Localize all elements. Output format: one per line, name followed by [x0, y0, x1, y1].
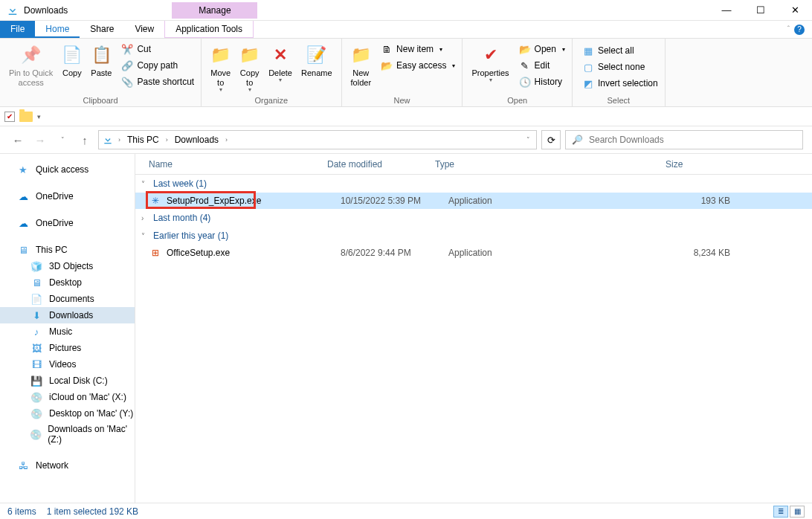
column-name[interactable]: Name [149, 159, 327, 170]
title-bar: Downloads Manage — ☐ ✕ [0, 0, 812, 21]
column-size[interactable]: Size [666, 159, 812, 170]
crumb-separator-icon[interactable]: › [117, 136, 122, 144]
status-selection: 1 item selected 192 KB [47, 506, 138, 517]
file-row[interactable]: ⊞ OfficeSetup.exe 8/6/2022 9:44 PM Appli… [135, 245, 812, 261]
folder-icon[interactable] [19, 112, 33, 122]
invert-selection-button[interactable]: ◩Invert selection [580, 76, 660, 91]
refresh-button[interactable]: ⟳ [541, 130, 561, 149]
select-all-button[interactable]: ▦Select all [580, 43, 660, 58]
crumb-separator-icon[interactable]: › [164, 136, 170, 144]
forward-button[interactable]: → [31, 131, 49, 149]
window-controls: — ☐ ✕ [709, 0, 812, 21]
ribbon-tabs: File Home Share View Application Tools ˆ… [0, 21, 812, 39]
search-input[interactable] [589, 135, 796, 145]
nav-3d-objects[interactable]: 🧊3D Objects [0, 258, 135, 274]
group-label: Open [467, 96, 567, 106]
cloud-icon: ☁ [16, 217, 30, 229]
ribbon-collapse-help[interactable]: ˆ ? [780, 21, 812, 38]
cube-icon: 🧊 [30, 260, 43, 272]
back-button[interactable]: ← [9, 131, 27, 149]
nav-onedrive[interactable]: ☁OneDrive [0, 188, 135, 204]
address-dropdown-icon[interactable]: ˅ [523, 136, 533, 144]
properties-button[interactable]: ✔ Properties ▾ [467, 42, 513, 86]
netdrive-icon: 💿 [30, 407, 43, 419]
copy-to-button[interactable]: 📁 Copy to ▾ [235, 42, 264, 95]
select-none-button[interactable]: ▢Select none [580, 59, 660, 74]
chevron-down-icon: ˅ [141, 232, 150, 240]
tab-home[interactable]: Home [35, 21, 80, 38]
maximize-button[interactable]: ☐ [744, 0, 778, 21]
paste-button[interactable]: 📋 Paste [86, 42, 116, 80]
history-button[interactable]: 🕓History [517, 74, 567, 89]
new-item-button[interactable]: 🗎New item▾ [378, 42, 457, 57]
pictures-icon: 🖼 [30, 342, 43, 354]
easy-access-button[interactable]: 📂Easy access▾ [378, 58, 457, 73]
file-name: OfficeSetup.exe [167, 248, 341, 258]
new-folder-button[interactable]: 📁 New folder [347, 42, 376, 89]
nav-local-disk-c[interactable]: 💾Local Disk (C:) [0, 373, 135, 389]
search-box[interactable]: 🔍 [565, 130, 803, 149]
cut-button[interactable]: ✂️Cut [119, 42, 196, 57]
move-to-button[interactable]: 📁 Move to ▾ [206, 42, 235, 95]
thumbnails-view-button[interactable]: ▦ [790, 506, 805, 518]
delete-icon: ✕ [274, 43, 287, 67]
copy-button[interactable]: 📄 Copy [57, 42, 86, 80]
open-button[interactable]: 📂Open▾ [517, 42, 567, 57]
group-header[interactable]: ˅Last week (1) [135, 175, 812, 193]
group-header[interactable]: ˅Earlier this year (1) [135, 227, 812, 245]
tab-view[interactable]: View [124, 21, 164, 38]
rename-button[interactable]: 📝 Rename [297, 42, 337, 80]
contextual-tab-manage[interactable]: Manage [172, 2, 257, 19]
nav-network[interactable]: 🖧Network [0, 457, 135, 474]
minimize-button[interactable]: — [709, 0, 744, 21]
file-type: Application [448, 196, 679, 206]
paste-shortcut-button[interactable]: 📎Paste shortcut [119, 74, 196, 89]
nav-desktop-y[interactable]: 💿Desktop on 'Mac' (Y:) [0, 405, 135, 422]
nav-pictures[interactable]: 🖼Pictures [0, 340, 135, 356]
group-title: Earlier this year (1) [153, 231, 228, 241]
tab-file[interactable]: File [0, 21, 35, 38]
nav-music[interactable]: ♪Music [0, 323, 135, 340]
file-icon: ⊞ [149, 248, 162, 258]
file-row[interactable]: ✳ SetupProd_ExpExp.exe 10/15/2022 5:39 P… [135, 193, 812, 209]
tab-share[interactable]: Share [80, 21, 124, 38]
breadcrumb-this-pc[interactable]: This PC [125, 135, 161, 145]
properties-check-icon[interactable]: ✔ [4, 112, 15, 122]
nav-desktop[interactable]: 🖥Desktop [0, 274, 135, 291]
close-button[interactable]: ✕ [778, 0, 812, 21]
tab-application-tools[interactable]: Application Tools [164, 21, 254, 38]
up-button[interactable]: ↑ [76, 131, 94, 149]
nav-quick-access[interactable]: ★Quick access [0, 161, 135, 178]
details-view-button[interactable]: ≣ [773, 506, 788, 518]
disk-icon: 💾 [30, 375, 43, 387]
nav-onedrive[interactable]: ☁OneDrive [0, 215, 135, 231]
nav-documents[interactable]: 📄Documents [0, 291, 135, 307]
ribbon-group-clipboard: 📌 Pin to Quick access 📄 Copy 📋 Paste ✂️C… [0, 39, 202, 106]
properties-icon: ✔ [484, 43, 497, 67]
group-header[interactable]: ›Last month (4) [135, 209, 812, 227]
breadcrumb-downloads[interactable]: Downloads [173, 135, 221, 145]
nav-downloads-z[interactable]: 💿Downloads on 'Mac' (Z:) [0, 422, 135, 447]
copyto-icon: 📁 [239, 43, 260, 67]
path-icon: 🔗 [121, 59, 133, 71]
paste-icon: 📋 [91, 43, 112, 67]
scissors-icon: ✂️ [121, 43, 133, 55]
column-type[interactable]: Type [435, 159, 666, 170]
copy-path-button[interactable]: 🔗Copy path [119, 58, 196, 73]
address-bar[interactable]: › This PC › Downloads › ˅ [98, 130, 537, 149]
column-date[interactable]: Date modified [327, 159, 435, 170]
nav-downloads[interactable]: ⬇Downloads [0, 307, 135, 323]
crumb-separator-icon[interactable]: › [224, 136, 229, 144]
delete-button[interactable]: ✕ Delete ▾ [264, 42, 297, 86]
rename-icon: 📝 [306, 43, 326, 67]
invert-icon: ◩ [582, 77, 594, 89]
nav-icloud-x[interactable]: 💿iCloud on 'Mac' (X:) [0, 389, 135, 405]
edit-button[interactable]: ✎Edit [517, 58, 567, 73]
recent-locations-button[interactable]: ˅ [54, 131, 71, 149]
nav-this-pc[interactable]: 🖥This PC [0, 242, 135, 258]
pin-to-quick-access-button[interactable]: 📌 Pin to Quick access [4, 42, 57, 89]
ribbon-group-new: 📁 New folder 🗎New item▾ 📂Easy access▾ Ne… [342, 39, 463, 106]
help-icon[interactable]: ? [794, 25, 805, 35]
qat-dropdown-icon[interactable]: ▾ [37, 113, 41, 120]
nav-videos[interactable]: 🎞Videos [0, 356, 135, 373]
